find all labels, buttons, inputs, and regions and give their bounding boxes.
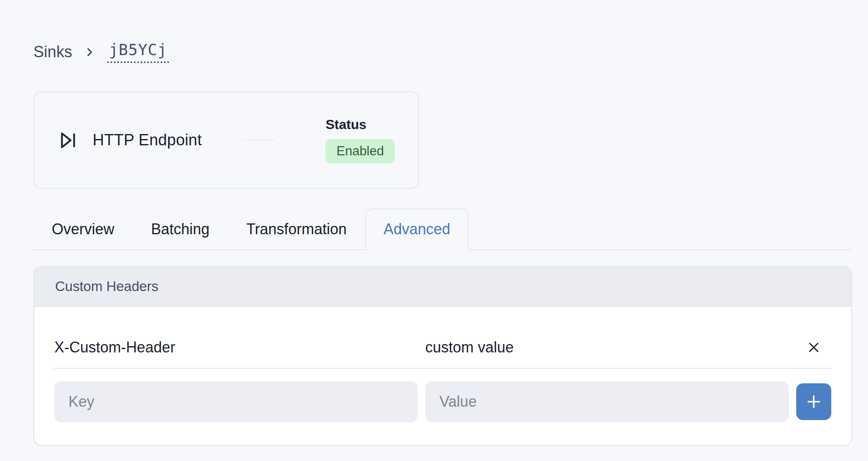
- value-input[interactable]: [425, 381, 789, 422]
- skip-forward-icon: [58, 130, 78, 151]
- tab-overview[interactable]: Overview: [33, 208, 133, 249]
- chevron-right-icon: [83, 46, 96, 59]
- tab-bar: OverviewBatchingTransformationAdvanced: [33, 208, 852, 250]
- custom-headers-panel: Custom Headers X-Custom-Headercustom val…: [33, 266, 852, 446]
- header-value: custom value: [425, 339, 789, 356]
- breadcrumb: Sinks jB5YCj: [33, 41, 169, 63]
- breadcrumb-link-sinks[interactable]: Sinks: [33, 43, 72, 61]
- header-row: X-Custom-Headercustom value: [54, 327, 831, 369]
- header-rows: X-Custom-Headercustom value: [54, 327, 831, 369]
- tab-batching[interactable]: Batching: [133, 208, 228, 249]
- add-header-button[interactable]: [796, 383, 831, 420]
- tab-advanced[interactable]: Advanced: [365, 208, 469, 249]
- x-icon: [806, 339, 822, 355]
- panel-title: Custom Headers: [34, 267, 851, 307]
- sink-type-title: HTTP Endpoint: [93, 131, 202, 149]
- status-label: Status: [326, 117, 366, 132]
- status-block: Status Enabled: [326, 117, 395, 164]
- status-badge: Enabled: [326, 139, 395, 164]
- header-key: X-Custom-Header: [54, 339, 418, 356]
- tab-transformation[interactable]: Transformation: [228, 208, 365, 249]
- sink-detail-page: Sinks jB5YCj HTTP Endpoint Status Enable…: [0, 0, 868, 461]
- sink-summary-card: HTTP Endpoint Status Enabled: [33, 91, 419, 189]
- key-input[interactable]: [54, 381, 418, 422]
- remove-header-button[interactable]: [801, 335, 826, 360]
- plus-icon: [804, 392, 823, 411]
- panel-body: X-Custom-Headercustom value: [34, 307, 851, 443]
- breadcrumb-current-sink-id[interactable]: jB5YCj: [107, 41, 169, 63]
- connector-line: [243, 140, 275, 141]
- add-header-row: [54, 381, 831, 422]
